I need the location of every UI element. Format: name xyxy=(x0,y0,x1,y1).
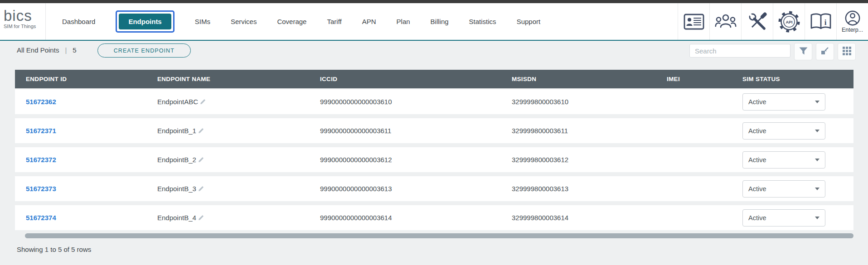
edit-pencil-icon[interactable] xyxy=(198,214,204,222)
table-header-row: ENDPOINT IDENDPOINT NAMEICCIDMSISDNIMEIS… xyxy=(15,70,853,88)
list-title: All End Points | 5 xyxy=(17,46,77,54)
endpoint-name: EndpointB_1 xyxy=(157,127,196,135)
column-header-msisdn: MSISDN xyxy=(512,76,667,82)
endpoint-name: EndpointB_4 xyxy=(157,214,196,222)
filter-icon xyxy=(799,47,808,57)
chevron-down-icon xyxy=(815,130,820,132)
export-icon xyxy=(820,46,829,57)
endpoint-id-link[interactable]: 51672373 xyxy=(26,185,56,193)
export-button[interactable] xyxy=(816,43,834,60)
iccid-value: 9990000000000003612 xyxy=(320,156,512,164)
endpoints-table: ENDPOINT IDENDPOINT NAMEICCIDMSISDNIMEIS… xyxy=(15,70,853,230)
svg-text:i: i xyxy=(824,18,826,27)
brand-tagline: SIM for Things xyxy=(4,24,45,29)
columns-button[interactable] xyxy=(838,43,856,60)
iccid-value: 9990000000000003613 xyxy=(320,185,512,193)
user-guide-book-button[interactable]: i xyxy=(805,3,836,40)
top-accent-bar xyxy=(0,0,868,3)
nav-item-sims[interactable]: SIMs xyxy=(195,18,210,25)
edit-pencil-icon[interactable] xyxy=(198,156,204,164)
endpoint-id-link[interactable]: 51672372 xyxy=(26,156,56,164)
main-navbar: bics SIM for Things DashboardEndpointsSI… xyxy=(0,3,868,41)
user-group-icon xyxy=(715,14,737,30)
nav-item-tariff[interactable]: Tariff xyxy=(327,18,341,25)
edit-pencil-icon[interactable] xyxy=(198,127,204,135)
sim-status-value: Active xyxy=(748,185,766,193)
table-row: 51672374EndpointB_4999000000000000361432… xyxy=(15,205,853,230)
endpoint-count: 5 xyxy=(73,46,76,54)
edit-pencil-icon[interactable] xyxy=(198,185,204,193)
nav-item-dashboard[interactable]: Dashboard xyxy=(62,18,95,25)
msisdn-value: 329999800003611 xyxy=(512,127,667,135)
nav-item-statistics[interactable]: Statistics xyxy=(469,18,496,25)
endpoint-id-link[interactable]: 51672374 xyxy=(26,214,56,222)
msisdn-value: 329999800003612 xyxy=(512,156,667,164)
toolbar-right xyxy=(689,43,856,60)
msisdn-value: 329999800003613 xyxy=(512,185,667,193)
table-body: 51672362EndpointABC999000000000000361032… xyxy=(15,89,853,230)
contact-card-icon xyxy=(684,14,704,30)
nav-item-apn[interactable]: APN xyxy=(362,18,376,25)
nav-item-support[interactable]: Support xyxy=(517,18,541,25)
nav-item-endpoints-focus-ring: Endpoints xyxy=(116,10,174,33)
tools-icon xyxy=(748,12,767,31)
columns-grid-icon xyxy=(843,47,851,57)
msisdn-value: 329999800003610 xyxy=(512,98,667,106)
column-header-imei: IMEI xyxy=(667,76,742,82)
endpoint-id-link[interactable]: 51672371 xyxy=(26,127,56,135)
column-header-iccid: ICCID xyxy=(320,76,512,82)
filter-button[interactable] xyxy=(794,43,812,60)
column-header-sim-status: SIM STATUS xyxy=(742,76,853,82)
column-header-endpoint-name: ENDPOINT NAME xyxy=(157,76,320,82)
list-toolbar: All End Points | 5 CREATE ENDPOINT xyxy=(0,41,868,70)
chevron-down-icon xyxy=(815,217,820,219)
endpoint-id-link[interactable]: 51672362 xyxy=(26,98,56,106)
nav-item-billing[interactable]: Billing xyxy=(431,18,449,25)
svg-text:API: API xyxy=(786,19,792,24)
sim-status-dropdown[interactable]: Active xyxy=(742,122,825,140)
endpoint-name: EndpointB_2 xyxy=(157,156,196,164)
header-icon-cluster: APIiEnterp... xyxy=(678,3,868,40)
sim-status-dropdown[interactable]: Active xyxy=(742,209,825,226)
brand-name: bics xyxy=(4,9,45,23)
brand-logo: bics SIM for Things xyxy=(0,3,45,40)
search-input[interactable] xyxy=(689,44,790,58)
user-group-button[interactable] xyxy=(709,3,741,40)
api-gear-button[interactable]: API xyxy=(773,3,805,40)
sim-status-value: Active xyxy=(748,98,766,106)
endpoint-name: EndpointB_3 xyxy=(157,185,196,193)
title-separator: | xyxy=(65,46,67,54)
list-title-text: All End Points xyxy=(17,46,59,54)
chevron-down-icon xyxy=(815,101,820,103)
table-row: 51672362EndpointABC999000000000000361032… xyxy=(15,89,853,114)
sim-status-value: Active xyxy=(748,127,766,135)
enterprise-label: Enterp... xyxy=(842,27,863,33)
sim-status-dropdown[interactable]: Active xyxy=(742,151,825,169)
nav-item-coverage[interactable]: Coverage xyxy=(277,18,306,25)
primary-nav: DashboardEndpointsSIMsServicesCoverageTa… xyxy=(62,3,540,40)
nav-item-services[interactable]: Services xyxy=(231,18,257,25)
chevron-down-icon xyxy=(815,188,820,190)
edit-pencil-icon[interactable] xyxy=(200,98,206,106)
contact-card-button[interactable] xyxy=(678,3,709,40)
sim-status-dropdown[interactable]: Active xyxy=(742,180,825,198)
sim-status-dropdown[interactable]: Active xyxy=(742,93,825,111)
iccid-value: 9990000000000003610 xyxy=(320,98,512,106)
logo-divider xyxy=(45,3,46,40)
sim-status-value: Active xyxy=(748,214,766,222)
table-row: 51672371EndpointB_1999000000000000361132… xyxy=(15,118,853,143)
create-endpoint-button[interactable]: CREATE ENDPOINT xyxy=(97,43,191,58)
table-row: 51672373EndpointB_3999000000000000361332… xyxy=(15,176,853,201)
sim-status-value: Active xyxy=(748,156,766,164)
horizontal-scrollbar[interactable] xyxy=(25,233,853,238)
column-header-endpoint-id: ENDPOINT ID xyxy=(26,76,157,82)
api-gear-icon: API xyxy=(777,10,801,34)
enterprise-user-icon xyxy=(844,10,861,26)
table-row: 51672372EndpointB_2999000000000000361232… xyxy=(15,147,853,172)
tools-button[interactable] xyxy=(741,3,773,40)
msisdn-value: 329999800003614 xyxy=(512,214,667,222)
nav-item-plan[interactable]: Plan xyxy=(397,18,410,25)
nav-item-endpoints[interactable]: Endpoints xyxy=(119,14,171,29)
enterprise-user-button[interactable]: Enterp... xyxy=(836,3,868,40)
chevron-down-icon xyxy=(815,159,820,161)
